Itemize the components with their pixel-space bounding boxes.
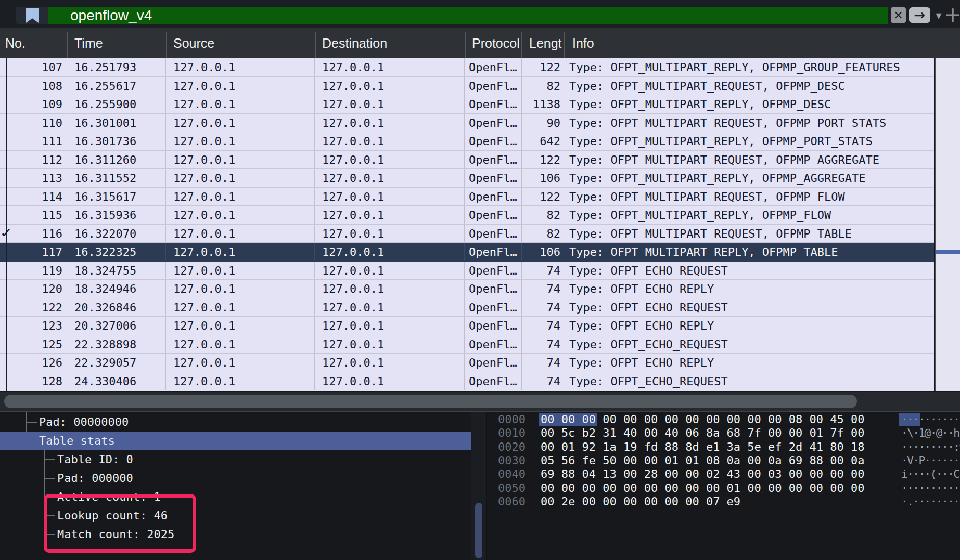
- cell-info: Type: OFPT_MULTIPART_REPLY, OFPMP_FLOW: [565, 206, 934, 224]
- hex-bytes[interactable]: 69 88 04 13 00 28 00 00 02 43 00 03 00 0…: [541, 467, 865, 481]
- hex-bytes[interactable]: 05 56 fe 50 00 00 01 01 08 0a 00 0a 69 8…: [541, 454, 865, 467]
- hex-bytes[interactable]: 00 2e 00 00 00 00 00 00 07 e9: [541, 495, 740, 509]
- table-row[interactable]: 12220.326846127.0.0.1127.0.0.1OpenFl…74T…: [0, 298, 934, 317]
- hex-row[interactable]: 003005 56 fe 50 00 00 01 01 08 0a 00 0a …: [487, 454, 960, 467]
- cell-protocol: OpenFl…: [465, 206, 522, 224]
- table-row[interactable]: 12522.328898127.0.0.1127.0.0.1OpenFl…74T…: [0, 335, 934, 354]
- detail-tree-item[interactable]: Pad: 000000: [57, 469, 133, 488]
- table-row[interactable]: 11016.301001127.0.0.1127.0.0.1OpenFl…90T…: [0, 114, 934, 133]
- cell-time: 22.328898: [67, 335, 166, 354]
- detail-tree-item[interactable]: Table stats: [0, 432, 471, 450]
- detail-pane-scrollbar[interactable]: [471, 412, 487, 560]
- filter-bookmark-button[interactable]: [16, 7, 48, 24]
- hex-row[interactable]: 000000 00 00 00 00 00 00 00 00 00 00 00 …: [487, 413, 960, 426]
- hex-row[interactable]: 005000 00 00 00 00 00 00 00 00 01 00 00 …: [487, 481, 960, 495]
- column-header-time[interactable]: Time: [67, 28, 166, 58]
- column-header-destination[interactable]: Destination: [315, 28, 465, 58]
- table-row[interactable]: 12018.324946127.0.0.1127.0.0.1OpenFl…74T…: [0, 280, 934, 298]
- cell-time: 18.324946: [67, 280, 166, 298]
- column-divider[interactable]: [67, 32, 68, 58]
- table-row[interactable]: 10816.255617127.0.0.1127.0.0.1OpenFl…82T…: [0, 77, 934, 96]
- cell-time: 16.315617: [67, 188, 166, 206]
- hex-bytes[interactable]: 00 5c b2 31 40 00 40 06 8a 68 7f 00 00 0…: [541, 426, 865, 440]
- cell-source: 127.0.0.1: [166, 298, 315, 317]
- ascii-bytes[interactable]: ·.········: [901, 495, 959, 509]
- column-header-source[interactable]: Source: [166, 28, 315, 58]
- hex-bytes[interactable]: 00 00 00 00 00 00 00 00 00 00 00 00 08 0…: [541, 413, 865, 426]
- column-header-length[interactable]: Lengt: [522, 28, 565, 58]
- add-filter-button[interactable]: +: [945, 3, 960, 26]
- annotation-highlight-box: [44, 494, 196, 553]
- cell-protocol: OpenFl…: [465, 317, 522, 335]
- ascii-bytes[interactable]: ················: [901, 481, 960, 495]
- cell-length: 122: [522, 58, 565, 76]
- hex-row[interactable]: 004069 88 04 13 00 28 00 00 02 43 00 03 …: [487, 467, 960, 481]
- cell-destination: 127.0.0.1: [315, 317, 465, 335]
- cell-source: 127.0.0.1: [166, 95, 315, 113]
- ascii-bytes[interactable]: ·\·1@·@··h······: [901, 426, 960, 440]
- hex-row[interactable]: 006000 2e 00 00 00 00 00 00 07 e9·.·····…: [487, 495, 960, 509]
- cell-no: 125: [0, 335, 67, 354]
- ascii-bytes[interactable]: ·········:^·-A··: [901, 440, 960, 454]
- column-divider[interactable]: [166, 32, 167, 58]
- packet-list-scrollbar-minimap[interactable]: [935, 58, 960, 391]
- cell-destination: 127.0.0.1: [315, 298, 465, 317]
- ascii-bytes[interactable]: ·V·P········i···: [901, 454, 960, 467]
- table-row[interactable]: 10916.255900127.0.0.1127.0.0.1OpenFl…113…: [0, 95, 934, 114]
- cell-protocol: OpenFl…: [465, 280, 522, 298]
- display-filter-input[interactable]: openflow_v4: [48, 7, 888, 24]
- filter-apply-button[interactable]: →: [909, 7, 930, 23]
- hex-offset: 0030: [498, 454, 526, 467]
- table-row[interactable]: 11216.311260127.0.0.1127.0.0.1OpenFl…122…: [0, 151, 934, 170]
- cell-source: 127.0.0.1: [166, 188, 315, 206]
- cell-source: 127.0.0.1: [166, 132, 315, 150]
- table-row[interactable]: 12622.329057127.0.0.1127.0.0.1OpenFl…74T…: [0, 354, 934, 372]
- table-row[interactable]: 10716.251793127.0.0.1127.0.0.1OpenFl…122…: [0, 58, 934, 77]
- tree-tick: [26, 422, 37, 423]
- table-row[interactable]: 11316.311552127.0.0.1127.0.0.1OpenFl…106…: [0, 169, 934, 188]
- cell-source: 127.0.0.1: [166, 169, 315, 187]
- hex-bytes[interactable]: 00 00 00 00 00 00 00 00 00 01 00 00 00 0…: [541, 481, 865, 495]
- table-row[interactable]: 11416.315617127.0.0.1127.0.0.1OpenFl…122…: [0, 188, 934, 206]
- table-row[interactable]: 11716.322325127.0.0.1127.0.0.1OpenFl…106…: [0, 243, 934, 262]
- column-header-protocol[interactable]: Protocol: [465, 28, 522, 58]
- hex-bytes[interactable]: 00 01 92 1a 19 fd 88 8d e1 3a 5e ef 2d 4…: [541, 440, 865, 454]
- horizontal-scrollbar-thumb[interactable]: [4, 395, 857, 408]
- cell-protocol: OpenFl…: [465, 225, 522, 243]
- cell-protocol: OpenFl…: [465, 132, 522, 150]
- cell-time: 16.311260: [67, 151, 166, 169]
- column-header-info[interactable]: Info: [565, 28, 934, 58]
- ascii-bytes[interactable]: ················: [901, 413, 960, 426]
- table-row[interactable]: 11616.322070127.0.0.1127.0.0.1OpenFl…82T…: [0, 225, 934, 243]
- cell-no: 114: [0, 188, 67, 206]
- column-divider[interactable]: [564, 32, 565, 58]
- hex-row[interactable]: 001000 5c b2 31 40 00 40 06 8a 68 7f 00 …: [487, 426, 960, 440]
- column-divider[interactable]: [315, 32, 316, 58]
- table-row[interactable]: 12320.327006127.0.0.1127.0.0.1OpenFl…74T…: [0, 317, 934, 335]
- column-header-no[interactable]: No.: [0, 28, 67, 58]
- horizontal-scrollbar[interactable]: [0, 391, 960, 411]
- detail-tree-item[interactable]: Table ID: 0: [57, 450, 133, 469]
- filter-clear-button[interactable]: ✕: [891, 7, 906, 23]
- filter-dropdown-caret[interactable]: ▾: [932, 7, 945, 23]
- detail-pane-scrollbar-thumb[interactable]: [475, 503, 482, 558]
- cell-info: Type: OFPT_ECHO_REPLY: [565, 317, 934, 335]
- column-divider[interactable]: [521, 32, 522, 58]
- table-row[interactable]: 12824.330406127.0.0.1127.0.0.1OpenFl…74T…: [0, 372, 934, 391]
- column-divider[interactable]: [465, 32, 466, 58]
- cell-protocol: OpenFl…: [465, 188, 522, 206]
- table-row[interactable]: 11116.301736127.0.0.1127.0.0.1OpenFl…642…: [0, 132, 934, 151]
- table-row[interactable]: 11918.324755127.0.0.1127.0.0.1OpenFl…74T…: [0, 262, 934, 280]
- cell-length: 74: [522, 354, 565, 372]
- cell-length: 82: [522, 206, 565, 224]
- cell-no: 120: [0, 280, 67, 298]
- hex-row[interactable]: 002000 01 92 1a 19 fd 88 8d e1 3a 5e ef …: [487, 440, 960, 454]
- cell-info: Type: OFPT_ECHO_REQUEST: [565, 335, 934, 354]
- cell-source: 127.0.0.1: [166, 354, 315, 372]
- detail-tree-item[interactable]: Pad: 00000000: [39, 413, 129, 432]
- ascii-bytes[interactable]: i····(···C······: [901, 467, 960, 481]
- cell-time: 16.322325: [67, 243, 166, 261]
- table-row[interactable]: 11516.315936127.0.0.1127.0.0.1OpenFl…82T…: [0, 206, 934, 225]
- cell-info: Type: OFPT_ECHO_REQUEST: [565, 262, 934, 280]
- cell-info: Type: OFPT_MULTIPART_REQUEST, OFPMP_AGGR…: [565, 151, 934, 169]
